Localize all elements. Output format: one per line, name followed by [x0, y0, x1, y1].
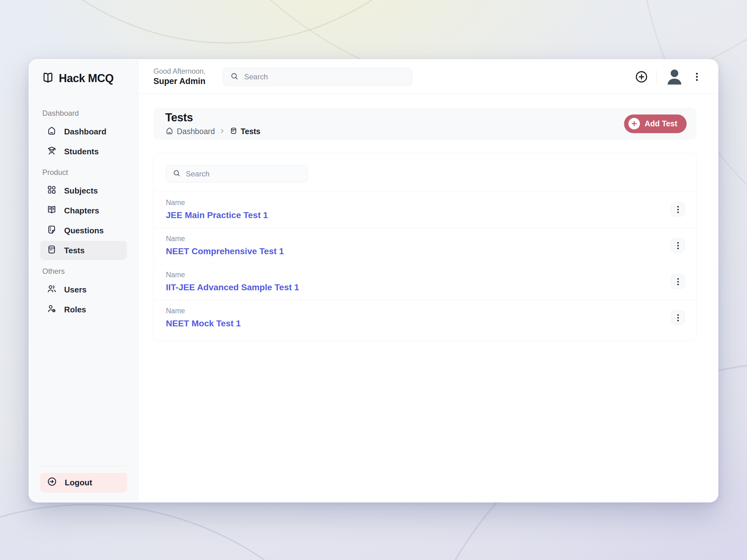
- content: Tests Dashboard: [138, 94, 718, 502]
- question-card-icon: [47, 224, 57, 237]
- test-name-link[interactable]: JEE Main Practice Test 1: [166, 210, 268, 220]
- chevron-right-icon: [219, 128, 226, 136]
- kebab-icon: [677, 281, 679, 283]
- kebab-icon: [677, 209, 679, 210]
- sidebar-item-label: Subjects: [64, 186, 98, 196]
- row-menu-button[interactable]: [671, 238, 685, 252]
- test-card-icon: [47, 244, 57, 257]
- sidebar-item-label: Roles: [64, 305, 86, 315]
- page-header-card: Tests Dashboard: [153, 108, 697, 140]
- users-icon: [47, 284, 57, 296]
- sidebar-item-label: Questions: [64, 226, 104, 236]
- background-arc: [0, 504, 398, 560]
- test-name-link[interactable]: NEET Comprehensive Test 1: [166, 246, 284, 256]
- sidebar-item-questions[interactable]: Questions: [40, 221, 127, 240]
- global-search[interactable]: [223, 68, 412, 86]
- logout-button[interactable]: Logout: [40, 473, 127, 492]
- breadcrumb-tests[interactable]: Tests: [230, 127, 260, 136]
- topbar-divider: [656, 70, 657, 84]
- sidebar-item-label: Tests: [64, 246, 85, 256]
- app-window: Hack MCQ Dashboard Dashboard St: [29, 59, 718, 502]
- role-gear-icon: [47, 304, 57, 316]
- add-new-button[interactable]: [635, 70, 648, 84]
- main-area: Good Afternoon, Super Admin: [138, 60, 718, 502]
- sidebar-item-roles[interactable]: Roles: [40, 300, 127, 319]
- page-title: Tests: [165, 111, 260, 124]
- test-name-link[interactable]: NEET Mock Test 1: [166, 319, 241, 328]
- app-logo: Hack MCQ: [40, 72, 127, 85]
- breadcrumb: Dashboard: [165, 127, 260, 136]
- sidebar-item-label: Users: [64, 285, 86, 295]
- sidebar: Hack MCQ Dashboard Dashboard St: [29, 60, 138, 502]
- test-row: Name JEE Main Practice Test 1: [154, 192, 696, 228]
- section-label-others: Others: [40, 267, 127, 276]
- user-avatar[interactable]: [665, 67, 684, 86]
- sidebar-item-tests[interactable]: Tests: [40, 241, 127, 260]
- test-name-link[interactable]: IIT-JEE Advanced Sample Test 1: [166, 283, 299, 292]
- home-icon: [165, 127, 174, 136]
- sidebar-divider: [40, 466, 127, 466]
- row-menu-button[interactable]: [671, 311, 685, 325]
- test-card-icon: [230, 127, 237, 136]
- breadcrumb-dashboard[interactable]: Dashboard: [165, 127, 215, 136]
- add-test-button[interactable]: + Add Test: [624, 114, 687, 133]
- kebab-icon: [677, 317, 679, 319]
- sidebar-item-subjects[interactable]: Subjects: [40, 181, 127, 201]
- tests-search[interactable]: [166, 165, 308, 182]
- section-label-dashboard: Dashboard: [40, 109, 127, 117]
- sidebar-item-label: Chapters: [64, 206, 99, 216]
- section-label-product: Product: [40, 168, 127, 177]
- test-row: Name NEET Comprehensive Test 1: [154, 228, 696, 264]
- logout-icon: [47, 476, 57, 489]
- open-book-icon: [47, 205, 57, 217]
- search-icon: [173, 169, 181, 179]
- row-menu-button[interactable]: [671, 202, 685, 216]
- sidebar-item-chapters[interactable]: Chapters: [40, 201, 127, 220]
- app-name: Hack MCQ: [59, 72, 113, 85]
- test-row: Name NEET Mock Test 1: [154, 300, 696, 341]
- user-name: Super Admin: [153, 77, 206, 86]
- shapes-grid-icon: [47, 185, 57, 197]
- tests-list-card: Name JEE Main Practice Test 1 Name NEET …: [153, 153, 697, 341]
- add-test-label: Add Test: [645, 119, 677, 128]
- kebab-icon: [677, 245, 679, 246]
- more-options-button[interactable]: [692, 70, 701, 84]
- row-field-label: Name: [166, 235, 284, 243]
- tests-search-input[interactable]: [186, 169, 301, 178]
- sidebar-item-dashboard[interactable]: Dashboard: [40, 122, 127, 141]
- plus-icon: +: [628, 118, 640, 129]
- home-icon: [47, 126, 57, 138]
- sidebar-item-users[interactable]: Users: [40, 280, 127, 299]
- row-field-label: Name: [166, 307, 241, 315]
- greeting-block: Good Afternoon, Super Admin: [153, 67, 206, 86]
- sidebar-item-students[interactable]: Students: [40, 142, 127, 161]
- book-logo-icon: [42, 72, 54, 85]
- greeting-text: Good Afternoon,: [153, 67, 206, 76]
- background-arc: [0, 0, 492, 44]
- test-row: Name IIT-JEE Advanced Sample Test 1: [154, 264, 696, 300]
- sidebar-item-label: Dashboard: [64, 127, 106, 137]
- topbar: Good Afternoon, Super Admin: [138, 60, 718, 94]
- logout-label: Logout: [65, 478, 92, 487]
- search-icon: [230, 72, 239, 82]
- sidebar-item-label: Students: [64, 147, 99, 157]
- row-field-label: Name: [166, 271, 299, 279]
- graduation-cap-icon: [47, 145, 57, 158]
- global-search-input[interactable]: [244, 73, 405, 81]
- row-menu-button[interactable]: [671, 274, 685, 289]
- row-field-label: Name: [166, 198, 268, 207]
- breadcrumb-label: Dashboard: [177, 127, 215, 136]
- breadcrumb-label: Tests: [240, 127, 260, 136]
- kebab-icon: [696, 76, 698, 78]
